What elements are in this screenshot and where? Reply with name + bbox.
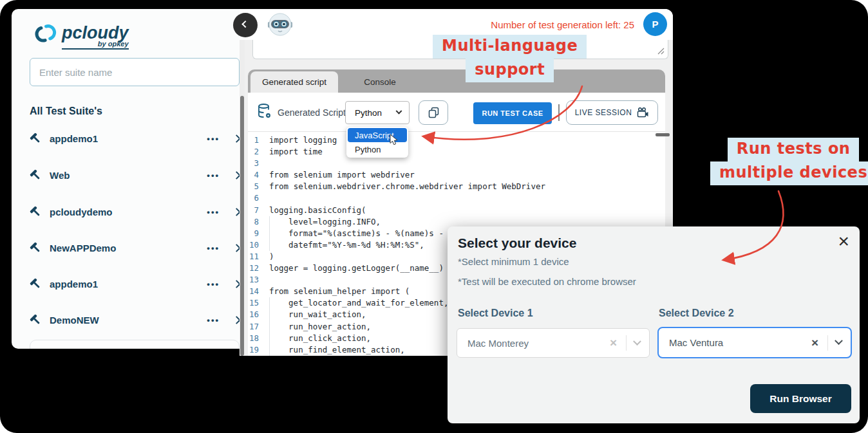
back-button[interactable] — [233, 13, 258, 37]
annotation-text: Run tests on — [728, 138, 860, 161]
language-select[interactable]: Python — [345, 101, 410, 124]
suite-item-label: NewAPPDemo — [50, 243, 207, 253]
code-line: 2import time — [248, 146, 665, 158]
more-options-icon[interactable]: ••• — [207, 279, 220, 289]
indent-guide — [269, 333, 288, 344]
dialog-note-chrome-browser: *Test will be executed on chrome browser — [458, 276, 636, 287]
line-number: 2 — [248, 146, 269, 158]
line-number: 4 — [248, 169, 269, 181]
line-number: 9 — [248, 228, 269, 239]
line-number: 15 — [248, 297, 269, 309]
page-scrollbar[interactable] — [240, 40, 245, 356]
annotation-multi-device: Run tests on multiple devices — [710, 138, 868, 185]
dialog-note-minimum-device: *Select minimum 1 device — [458, 256, 569, 267]
suite-item-browser1[interactable]: browser1••• — [30, 345, 240, 349]
select-device-1-label: Select Device 1 — [458, 308, 533, 319]
test-suite-icon — [30, 133, 42, 145]
indent-guide — [269, 216, 288, 228]
code-line: 6 — [248, 192, 665, 204]
script-database-icon — [257, 103, 272, 122]
line-number: 18 — [248, 333, 269, 344]
dialog-title: Select your device — [458, 235, 576, 251]
device-1-select[interactable]: Mac Monterey × — [457, 328, 650, 358]
chevron-right-icon[interactable] — [232, 280, 240, 288]
annotation-multi-language: Multi-language support — [433, 35, 587, 82]
device-2-value: Mac Ventura — [669, 337, 811, 348]
more-options-icon[interactable]: ••• — [207, 134, 220, 143]
sidebar-panel: pcloudy by opkey All Test Suite's appdem… — [12, 9, 240, 349]
test-suite-icon — [30, 278, 42, 290]
chevron-right-icon[interactable] — [232, 208, 240, 216]
dialog-close-icon[interactable]: × — [838, 232, 849, 251]
select-device-2-label: Select Device 2 — [659, 308, 734, 319]
suite-item-demonew[interactable]: DemoNEW••• — [30, 308, 240, 331]
more-options-icon[interactable]: ••• — [207, 170, 220, 180]
chevron-down-icon — [396, 107, 402, 114]
suite-item-appdemo1[interactable]: appdemo1••• — [30, 127, 240, 150]
suite-item-web[interactable]: Web••• — [30, 163, 240, 187]
tab-console[interactable]: Console — [344, 71, 415, 93]
chevron-left-icon — [241, 21, 249, 28]
credits-remaining-text: Number of test generation left: 25 — [491, 19, 634, 30]
chevron-down-icon[interactable] — [633, 337, 641, 345]
chevron-right-icon[interactable] — [232, 244, 240, 252]
mouse-cursor-icon — [390, 134, 399, 148]
line-number: 14 — [248, 286, 269, 297]
user-avatar[interactable]: P — [643, 12, 667, 36]
indent-guide — [269, 228, 288, 239]
suite-item-label: pcloudydemo — [50, 207, 207, 217]
chevron-right-icon[interactable] — [232, 134, 240, 143]
generated-script-label: Generated Script — [278, 107, 346, 118]
resize-handle-icon[interactable] — [657, 46, 665, 57]
device-1-clear-icon[interactable]: × — [610, 336, 617, 350]
suite-item-pcloudydemo[interactable]: pcloudydemo••• — [30, 200, 240, 223]
select-device-dialog: Select your device × *Select minimum 1 d… — [448, 226, 860, 423]
code-line: 1import logging — [248, 134, 665, 146]
line-number: 6 — [248, 192, 269, 204]
annotation-text: multiple devices — [710, 161, 868, 185]
code-line: 5from selenium.webdriver.chrome.webdrive… — [248, 181, 665, 192]
suite-item-newappdemo[interactable]: NewAPPDemo••• — [30, 236, 240, 259]
device-2-select[interactable]: Mac Ventura × — [657, 327, 852, 358]
screenshot-canvas: pcloudy by opkey All Test Suite's appdem… — [0, 0, 868, 433]
chevron-right-icon[interactable] — [232, 171, 240, 180]
code-line: 3 — [248, 158, 665, 169]
tab-generated-script[interactable]: Generated script — [250, 71, 338, 93]
line-number: 19 — [248, 344, 269, 356]
language-select-value: Python — [355, 108, 397, 118]
live-session-button[interactable]: LIVE SESSION — [566, 100, 658, 125]
suite-item-appdemo1[interactable]: appdemo1••• — [30, 272, 240, 295]
chevron-right-icon[interactable] — [232, 316, 240, 324]
run-browser-button[interactable]: Run Browser — [750, 384, 851, 413]
annotation-text: support — [466, 59, 554, 82]
more-options-icon[interactable]: ••• — [207, 207, 220, 217]
copy-icon — [428, 107, 439, 118]
test-suite-icon — [30, 242, 42, 254]
script-toolbar: Generated Script Python RUN TEST CASE LI… — [248, 93, 665, 132]
copy-script-button[interactable] — [419, 100, 448, 125]
more-options-icon[interactable]: ••• — [207, 315, 220, 325]
device-1-value: Mac Monterey — [467, 338, 610, 349]
page-scrollbar-thumb[interactable] — [240, 96, 244, 356]
indent-guide — [269, 344, 288, 356]
video-camera-icon — [637, 107, 649, 118]
select-divider — [827, 335, 828, 351]
select-divider — [626, 335, 627, 351]
line-number: 11 — [248, 251, 269, 263]
robot-assistant-icon — [266, 10, 294, 41]
language-dropdown-menu: JavaScriptPython — [346, 127, 408, 158]
indent-guide — [269, 321, 288, 333]
line-number: 17 — [248, 321, 269, 333]
chevron-down-icon[interactable] — [835, 336, 843, 345]
device-2-clear-icon[interactable]: × — [811, 336, 818, 350]
editor-scrollbar-thumb[interactable] — [656, 133, 670, 136]
toolbar-divider — [558, 104, 560, 121]
suite-item-label: DemoNEW — [50, 315, 207, 326]
suite-list: appdemo1•••Web•••pcloudydemo•••NewAPPDem… — [12, 9, 240, 349]
line-number: 12 — [248, 263, 269, 274]
run-test-case-button[interactable]: RUN TEST CASE — [473, 102, 552, 124]
more-options-icon[interactable]: ••• — [207, 243, 220, 253]
line-number: 16 — [248, 309, 269, 320]
line-number: 1 — [248, 134, 269, 146]
code-line: 4from selenium import webdriver — [248, 169, 665, 181]
